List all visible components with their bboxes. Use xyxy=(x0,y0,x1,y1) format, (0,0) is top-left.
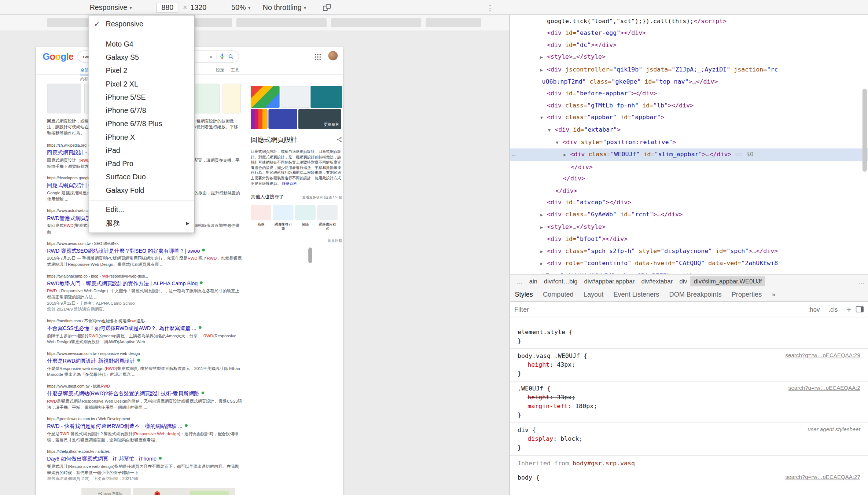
menu-item-device[interactable]: Pixel 2 XL xyxy=(89,77,194,91)
knowledge-image[interactable] xyxy=(310,86,342,108)
breadcrumb-item-selected[interactable]: div#slim_appbar.WE0UJf xyxy=(691,276,765,286)
stylesheet-link[interactable]: search?q=rw…oECAEQAA:27 xyxy=(785,474,860,480)
knowledge-image[interactable] xyxy=(251,86,280,108)
dom-node[interactable]: uQ6b:npT2md" class="gke0pe" id="top_nav"… xyxy=(510,76,868,88)
node-menu-icon[interactable]: … xyxy=(512,148,516,160)
page-scrollbar[interactable] xyxy=(308,247,312,263)
dom-node[interactable]: ▶<div jscontroller="qik19b" jsdata="Z1Jp… xyxy=(510,63,868,76)
rotate-icon[interactable] xyxy=(323,4,331,11)
tab-event-listeners[interactable]: Event Listeners xyxy=(608,290,664,298)
breadcrumb-overflow[interactable]: … xyxy=(513,276,526,286)
result-title[interactable]: 什麼是響應式網站(RWD)?符合各裝置的網頁設計技術-愛貝斯網路 xyxy=(47,390,242,397)
code-line[interactable]: <div id="extabar"> xyxy=(555,126,621,133)
result-url[interactable]: https://tw.alphacamp.co › blog › rwd-res… xyxy=(47,274,242,279)
related-item[interactable]: 網路應用程式 xyxy=(317,205,338,231)
result-title-text[interactable]: RWD - 快看我們是如何透過RWD創造不一樣的網站體驗 ... xyxy=(47,423,182,429)
knowledge-image[interactable] xyxy=(268,109,297,129)
breadcrumb-overflow[interactable]: … xyxy=(855,276,868,286)
dom-node[interactable]: <div class="gTMtLb fp-nh" id="lb"></div> xyxy=(510,100,868,111)
feedback-link[interactable]: 意見回饋 xyxy=(251,239,342,244)
result-title-text[interactable]: RWD 響應式SEO網站設計是什麼？對SEO 的好處有哪些？| awoo xyxy=(47,247,200,254)
expand-arrow-icon[interactable]: ▶ xyxy=(540,64,547,76)
css-property[interactable]: display: block; xyxy=(518,435,868,444)
code-line[interactable]: <div id="dc"></div> xyxy=(547,41,617,49)
menu-item-services[interactable]: 服務 ▶ xyxy=(89,216,194,230)
google-logo[interactable]: Google xyxy=(43,51,73,62)
zoom-dropdown[interactable]: 50% ▾ xyxy=(231,3,250,12)
breadcrumb-item[interactable]: ain xyxy=(526,276,541,286)
tools-link[interactable]: 工具 xyxy=(231,67,239,73)
avatar[interactable] xyxy=(328,51,338,60)
dom-node[interactable]: google.tick("load","sct");}).call(this);… xyxy=(510,15,868,27)
menu-item-device[interactable]: Surface Duo xyxy=(89,170,194,184)
code-line[interactable]: <div style="position:relative"> xyxy=(562,139,676,146)
code-line[interactable]: <style>…</style> xyxy=(547,223,606,230)
style-selector[interactable]: element.style { xyxy=(518,328,868,337)
wikipedia-link[interactable]: 維基百科 xyxy=(282,182,297,186)
tab-computed[interactable]: Computed xyxy=(538,290,578,298)
image-thumbnail[interactable] xyxy=(194,84,220,114)
inherited-node-link[interactable]: body#gsr.srp.vasq xyxy=(573,459,635,467)
code-line[interactable]: <div class="spch s2fp-h" style="display:… xyxy=(547,247,778,255)
element-classes-button[interactable]: .cls xyxy=(824,306,842,312)
menu-item-device[interactable]: iPhone 6/7/8 Plus xyxy=(89,117,194,131)
dom-node[interactable]: <div id="atvcap"></div> xyxy=(510,197,868,208)
viewport-width-input[interactable] xyxy=(157,3,179,12)
dom-node[interactable]: kZrg_PvAhVjKqYKHb7fDdsQpyp6BAgBEFE">…</d… xyxy=(510,270,868,274)
filter-input[interactable] xyxy=(514,305,804,313)
dom-node-selected[interactable]: …▶<div class="WE0UJf" id="slim_appbar">…… xyxy=(510,148,868,161)
menu-item-device[interactable]: Pixel 2 xyxy=(89,64,194,77)
code-line[interactable]: <div class="appbar" id="appbar"> xyxy=(547,114,664,121)
share-icon[interactable] xyxy=(336,135,342,144)
knowledge-image[interactable] xyxy=(281,86,310,108)
toggle-element-state-button[interactable]: :hov xyxy=(804,306,824,312)
device-type-dropdown[interactable]: Responsive ▾ xyxy=(90,3,132,12)
throttling-dropdown[interactable]: No throttling ▾ xyxy=(263,3,306,12)
code-line[interactable]: <div id="easter-egg"></div> xyxy=(547,30,646,37)
result-url[interactable]: https://ithelp.ithome.com.tw › articles xyxy=(47,449,242,455)
menu-item-device[interactable]: iPhone 6/7/8 xyxy=(89,104,194,117)
more-sidebar-tabs-icon[interactable]: » xyxy=(767,290,780,298)
result-title[interactable]: 不會寫CSS也必懂！如何選擇RWD或是AWD？. 為什麼寫這篇 ... xyxy=(47,324,242,332)
device-toolbar-menu-icon[interactable]: ⋮ xyxy=(486,3,494,12)
result-title[interactable]: RWD - 快看我們是如何透過RWD創造不一樣的網站體驗 ... xyxy=(47,422,242,430)
related-thumbnail[interactable] xyxy=(317,205,338,220)
result-title-text[interactable]: RWD教學入門：響應式網頁設計的實作方法 | ALPHA Camp Blog xyxy=(47,280,198,286)
menu-item-device[interactable]: iPad xyxy=(89,144,194,157)
menu-item-device[interactable]: iPhone X xyxy=(89,131,194,144)
menu-item-device[interactable]: Moto G4 xyxy=(89,38,194,51)
result-title-text[interactable]: 什麼是RWD網頁設計-新視野網頁設計 xyxy=(47,358,135,364)
image-thumbnail[interactable] xyxy=(47,84,81,114)
expand-arrow-icon[interactable]: ▶ xyxy=(540,209,547,221)
dom-node[interactable]: </div> xyxy=(510,185,868,197)
css-property[interactable]: height: 43px; xyxy=(518,360,868,369)
code-line[interactable]: </div> xyxy=(555,187,577,194)
settings-link[interactable]: 設定 xyxy=(216,67,224,73)
knowledge-image[interactable] xyxy=(251,109,267,129)
image-thumbnail[interactable] xyxy=(222,84,241,114)
code-line[interactable]: <div class="gTMtLb fp-nh" id="lb"></div> xyxy=(547,102,694,109)
css-property-overridden[interactable]: height: 33px; xyxy=(518,393,868,402)
menu-item-responsive[interactable]: ✓ Responsive xyxy=(89,18,194,31)
dom-node[interactable]: ▼<div id="extabar"> xyxy=(510,124,868,136)
apps-grid-icon[interactable] xyxy=(315,52,321,62)
tab-properties[interactable]: Properties xyxy=(727,290,767,298)
code-line[interactable]: <div id="before-appbar"></div> xyxy=(547,90,657,97)
result-url[interactable]: https://www.newscan.com.tw › responsive-… xyxy=(47,351,242,356)
expand-arrow-icon[interactable]: ▶ xyxy=(540,52,547,63)
expand-arrow-icon[interactable]: ▼ xyxy=(548,124,555,136)
result-title-text[interactable]: Day6 如何做出響應式網頁 - iT 邦幫忙 - iThome xyxy=(47,456,157,462)
expand-arrow-icon[interactable]: ▼ xyxy=(556,137,562,148)
dom-node[interactable]: ▶<style>…</style> xyxy=(510,51,868,63)
related-item[interactable]: 保險 xyxy=(295,205,316,231)
breadcrumb-item[interactable]: div#extabar xyxy=(638,276,676,286)
code-line[interactable]: <div id="atvcap"></div> xyxy=(547,199,631,206)
more-images-button[interactable]: 更多圖片 xyxy=(324,122,339,127)
expand-arrow-icon[interactable]: ▶ xyxy=(540,221,547,233)
code-line[interactable]: <div class="GyAeWb" id="rcnt">…</div> xyxy=(547,211,683,218)
zoom-level[interactable]: 50% xyxy=(231,3,246,12)
code-line[interactable]: </div> xyxy=(571,163,593,170)
dom-node[interactable]: ▼<div style="position:relative"> xyxy=(510,136,868,149)
result-url[interactable]: https://www.ibest.com.tw › 認識RWD xyxy=(47,384,242,389)
dom-node[interactable]: <div id="easter-egg"></div> xyxy=(510,27,868,39)
